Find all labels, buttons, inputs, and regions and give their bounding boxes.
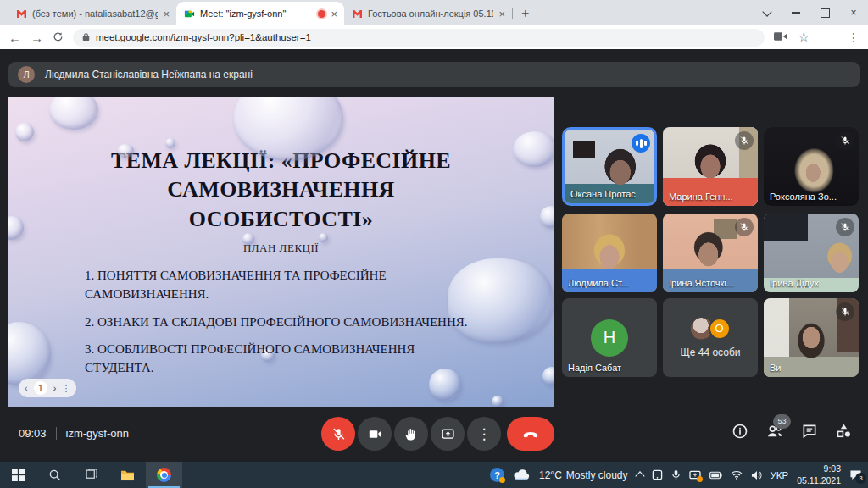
droplet: [8, 322, 51, 385]
search-icon[interactable]: [36, 462, 73, 488]
meeting-time: 09:03: [19, 427, 47, 440]
browser-profile-chevron-icon[interactable]: [753, 0, 782, 25]
slide-plan-item: 3. ОСОБЛИВОСТІ ПРОФЕСІЙНОГО САМОВИЗНАЧЕН…: [85, 341, 473, 378]
participant-name: Ірина Ясточкі...: [669, 278, 734, 288]
start-button[interactable]: [0, 462, 36, 488]
forward-button[interactable]: →: [31, 31, 43, 44]
clock-date: 05.11.2021: [797, 475, 841, 486]
mic-muted-icon: [836, 302, 854, 321]
present-screen-button[interactable]: [431, 417, 465, 451]
minimize-window-button[interactable]: [782, 0, 810, 25]
taskbar-tray: ? 12°C Mostly cloudy: [490, 463, 868, 485]
display-device-icon[interactable]: [652, 469, 663, 480]
new-tab-button[interactable]: ＋: [519, 5, 531, 21]
droplet: [513, 131, 554, 167]
slide-page-navigator: ‹ 1 › ⋮: [19, 379, 76, 397]
help-icon[interactable]: ?: [490, 468, 504, 482]
leave-call-button[interactable]: [507, 417, 554, 451]
back-button[interactable]: ←: [8, 31, 21, 44]
microphone-tray-icon[interactable]: [671, 469, 681, 480]
tab-title: (без теми) - nataliasabat12@gma: [32, 8, 158, 19]
participant-name: Марина Генн...: [669, 191, 733, 202]
padlock-icon: [82, 32, 90, 43]
chat-panel-icon[interactable]: [801, 423, 818, 440]
close-tab-icon[interactable]: ×: [331, 8, 337, 19]
speaking-indicator-icon: [632, 134, 650, 152]
previous-slide-icon: ‹: [25, 384, 28, 393]
droplet: [8, 216, 24, 240]
more-participants-tile[interactable]: O Ще 44 особи: [663, 298, 758, 377]
slide-title-line: САМОВИЗНАЧЕННЯ: [102, 175, 460, 204]
tab-title: Гостьова онлайн-лекція 05.11.2: [368, 8, 493, 19]
show-hidden-icons-chevron[interactable]: [637, 470, 643, 480]
weather-widget[interactable]: 12°C Mostly cloudy: [539, 469, 628, 481]
participants-panel-icon[interactable]: 53: [765, 423, 784, 440]
activities-icon[interactable]: [835, 422, 853, 440]
task-view-icon[interactable]: [73, 462, 109, 488]
participant-tile[interactable]: Марина Генн...: [663, 127, 758, 206]
screen-share-tray-icon[interactable]: [689, 470, 701, 480]
battery-icon[interactable]: [709, 471, 722, 480]
participant-tile[interactable]: Оксана Протас: [562, 127, 657, 206]
tab-gmail-lecture[interactable]: Гостьова онлайн-лекція 05.11.2 ×: [344, 2, 512, 25]
more-participants-content: O Ще 44 особи: [663, 298, 758, 377]
participant-initial-avatar: Н: [591, 319, 628, 357]
meeting-info-footer: 09:03 izm-gysf-onn: [19, 427, 129, 440]
close-window-button[interactable]: ×: [839, 0, 868, 25]
chrome-taskbar-icon[interactable]: [146, 462, 182, 488]
url-text: meet.google.com/izm-gysf-onn?pli=1&authu…: [96, 32, 311, 42]
meet-icon: [183, 8, 195, 19]
droplet: [242, 233, 254, 245]
participant-tile[interactable]: Роксоляна Зо...: [764, 127, 859, 206]
browser-tab-strip: (без теми) - nataliasabat12@gma × Meet: …: [0, 0, 868, 25]
camera-button[interactable]: [358, 417, 392, 451]
language-indicator[interactable]: УКР: [771, 470, 789, 480]
bookmark-star-icon[interactable]: ☆: [798, 30, 810, 45]
microphone-muted-button[interactable]: [321, 417, 355, 451]
participant-name: Людмила Ст...: [568, 278, 629, 288]
presenting-banner: Л Людмила Станіславівна Неїжпапа на екра…: [8, 62, 860, 87]
mic-muted-icon: [735, 131, 754, 150]
call-controls: ⋮: [321, 417, 554, 451]
close-tab-icon[interactable]: ×: [498, 8, 505, 19]
slide-nav-menu-icon: ⋮: [62, 384, 70, 393]
restore-window-button[interactable]: [810, 0, 839, 25]
participant-tile[interactable]: Ірина Ясточкі...: [663, 214, 758, 292]
browser-menu-icon[interactable]: ⋮: [848, 30, 860, 44]
more-participants-avatars: O: [691, 318, 731, 340]
slide-plan-list: 1. ПОНЯТТЯ САМОВИЗНАЧЕННЯ ТА ПРОФЕСІЙНЕ …: [85, 267, 473, 387]
weather-cloud-icon[interactable]: [513, 468, 531, 482]
action-center-icon[interactable]: 3: [849, 469, 862, 480]
tab-gmail-draft[interactable]: (без теми) - nataliasabat12@gma ×: [8, 2, 176, 25]
tab-title: Meet: "izm-gysf-onn": [200, 8, 313, 19]
wifi-icon[interactable]: [731, 470, 743, 480]
weather-temperature: 12°C: [539, 469, 562, 481]
participant-tile[interactable]: Ірина Дідух: [764, 214, 859, 292]
self-view-tile[interactable]: Ви: [764, 298, 859, 377]
taskbar-clock[interactable]: 9:03 05.11.2021: [797, 463, 841, 485]
raise-hand-button[interactable]: [394, 417, 428, 451]
tab-meet-active[interactable]: Meet: "izm-gysf-onn" ×: [176, 2, 344, 25]
gmail-icon: [351, 8, 363, 19]
mic-muted-icon: [836, 131, 854, 150]
reload-button[interactable]: [53, 31, 64, 44]
address-bar[interactable]: meet.google.com/izm-gysf-onn?pli=1&authu…: [73, 29, 765, 47]
more-participants-label: Ще 44 особи: [681, 347, 741, 358]
droplet: [492, 396, 504, 407]
slide-title-line: ОСОБИСТОСТІ»: [102, 205, 460, 234]
participant-tile[interactable]: Людмила Ст...: [562, 214, 657, 292]
active-share-dot: [697, 476, 703, 482]
participant-tile[interactable]: Н Надія Сабат: [562, 298, 657, 377]
toolbar-right-icons: ☆ ⋮: [774, 30, 860, 46]
participants-count-badge: 53: [773, 414, 791, 429]
meeting-details-icon[interactable]: [732, 423, 748, 440]
mic-muted-icon: [836, 218, 854, 236]
browser-profile-avatar[interactable]: [821, 30, 837, 46]
participant-letter-avatar: O: [709, 318, 731, 340]
camera-in-use-icon[interactable]: [774, 30, 787, 45]
close-tab-icon[interactable]: ×: [163, 8, 170, 19]
droplet: [540, 206, 554, 228]
speaker-icon[interactable]: [751, 470, 762, 480]
file-explorer-icon[interactable]: [109, 462, 146, 488]
more-options-button[interactable]: ⋮: [467, 417, 501, 451]
